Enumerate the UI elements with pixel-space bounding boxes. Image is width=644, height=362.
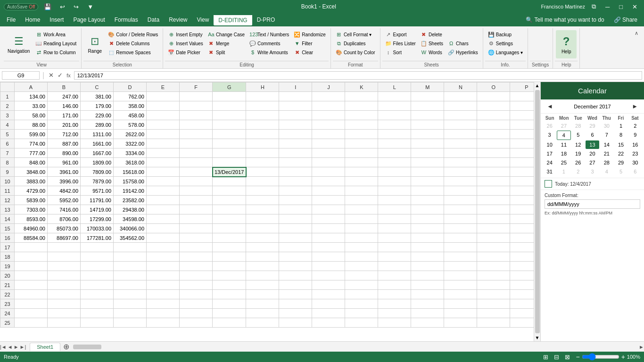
cell-H8[interactable]: [246, 158, 279, 167]
cell-F2[interactable]: [180, 101, 213, 111]
cell-E9[interactable]: [147, 167, 180, 177]
cell-A22[interactable]: [15, 290, 48, 299]
menu-home[interactable]: Home: [20, 15, 45, 25]
ribbon-btn-cell-format[interactable]: ⊞ Cell Format ▾: [334, 30, 377, 39]
cell-H6[interactable]: [246, 139, 279, 148]
cell-M25[interactable]: [411, 318, 444, 328]
cell-K23[interactable]: [345, 299, 378, 309]
cell-H20[interactable]: [246, 271, 279, 280]
cell-N2[interactable]: [444, 101, 477, 111]
cell-K21[interactable]: [345, 280, 378, 290]
ribbon-btn-chars[interactable]: Ω Chars: [446, 39, 480, 48]
cell-K8[interactable]: [345, 158, 378, 167]
cal-day[interactable]: 9: [628, 131, 642, 140]
cell-L17[interactable]: [378, 243, 411, 252]
cell-B2[interactable]: 146.00: [48, 101, 81, 111]
cell-I7[interactable]: [279, 148, 312, 158]
menu-data[interactable]: Data: [143, 15, 164, 25]
confirm-formula-button[interactable]: ✓: [56, 71, 64, 80]
cell-E21[interactable]: [147, 280, 180, 290]
cell-J22[interactable]: [312, 290, 345, 299]
cell-C16[interactable]: 177281.00: [81, 233, 114, 243]
cell-D7[interactable]: 3334.00: [114, 148, 147, 158]
cell-P8[interactable]: [510, 158, 534, 167]
cell-B15[interactable]: 85073.00: [48, 224, 81, 233]
normal-view-button[interactable]: ⊞: [543, 354, 548, 361]
cell-D18[interactable]: [114, 252, 147, 262]
cell-M1[interactable]: [411, 92, 444, 101]
cell-E11[interactable]: [147, 186, 180, 196]
cell-F25[interactable]: [180, 318, 213, 328]
col-header-m[interactable]: M: [411, 82, 444, 92]
cal-day[interactable]: 28: [600, 158, 613, 167]
ribbon-btn-delete-columns[interactable]: ✖ Delete Columns: [106, 39, 160, 48]
cell-K17[interactable]: [345, 243, 378, 252]
cell-N23[interactable]: [444, 299, 477, 309]
cal-day[interactable]: 3: [586, 167, 599, 176]
cell-L11[interactable]: [378, 186, 411, 196]
cell-F24[interactable]: [180, 309, 213, 318]
cell-D23[interactable]: [114, 299, 147, 309]
cell-K5[interactable]: [345, 130, 378, 139]
cell-K4[interactable]: [345, 120, 378, 130]
cell-E6[interactable]: [147, 139, 180, 148]
col-header-c[interactable]: C: [81, 82, 114, 92]
cell-N21[interactable]: [444, 280, 477, 290]
cell-L7[interactable]: [378, 148, 411, 158]
menu-file[interactable]: File: [2, 15, 20, 25]
vertical-scrollbar[interactable]: ▲ ▼: [534, 82, 540, 341]
cell-P10[interactable]: [510, 177, 534, 186]
cal-day[interactable]: 29: [614, 158, 627, 167]
cell-J17[interactable]: [312, 243, 345, 252]
cell-F8[interactable]: [180, 158, 213, 167]
cell-A17[interactable]: [15, 243, 48, 252]
cal-day[interactable]: 17: [543, 149, 556, 158]
cell-J9[interactable]: [312, 167, 345, 177]
cell-A9[interactable]: 3848.00: [15, 167, 48, 177]
cell-I21[interactable]: [279, 280, 312, 290]
cell-I13[interactable]: [279, 205, 312, 214]
cell-O14[interactable]: [477, 214, 510, 224]
cell-N7[interactable]: [444, 148, 477, 158]
ribbon-btn-clear[interactable]: ✖ Clear: [292, 48, 328, 57]
cell-H13[interactable]: [246, 205, 279, 214]
cell-P5[interactable]: [510, 130, 534, 139]
col-header-h[interactable]: H: [246, 82, 279, 92]
ribbon-btn-color-delete-rows[interactable]: 🎨 Color / Delete Rows: [106, 30, 160, 39]
cell-I3[interactable]: [279, 111, 312, 120]
cell-C14[interactable]: 17299.00: [81, 214, 114, 224]
cell-A7[interactable]: 777.00: [15, 148, 48, 158]
cell-D1[interactable]: 762.00: [114, 92, 147, 101]
cell-D8[interactable]: 3618.00: [114, 158, 147, 167]
cell-M5[interactable]: [411, 130, 444, 139]
cell-A10[interactable]: 3883.00: [15, 177, 48, 186]
ribbon-btn-text-numbers[interactable]: 123 Text / Numbers: [248, 30, 291, 39]
ribbon-btn-settings[interactable]: ⚙ Settings: [486, 39, 525, 48]
horizontal-scrollbar[interactable]: [73, 344, 637, 350]
cell-N11[interactable]: [444, 186, 477, 196]
cal-day[interactable]: 7: [600, 131, 613, 140]
cell-D14[interactable]: 34598.00: [114, 214, 147, 224]
cell-B10[interactable]: 3996.00: [48, 177, 81, 186]
cell-O5[interactable]: [477, 130, 510, 139]
cell-N5[interactable]: [444, 130, 477, 139]
cell-N16[interactable]: [444, 233, 477, 243]
cal-day[interactable]: 18: [557, 149, 570, 158]
cell-K19[interactable]: [345, 262, 378, 271]
cell-H9[interactable]: [246, 167, 279, 177]
cell-I16[interactable]: [279, 233, 312, 243]
cell-L23[interactable]: [378, 299, 411, 309]
sheet-nav-prev[interactable]: ◄: [8, 344, 13, 350]
cell-B1[interactable]: 247.00: [48, 92, 81, 101]
cell-F23[interactable]: [180, 299, 213, 309]
cell-D20[interactable]: [114, 271, 147, 280]
zoom-in-button[interactable]: +: [621, 353, 625, 361]
ribbon-btn-insert-empty[interactable]: ⊕ Insert Empty: [166, 30, 205, 39]
cell-F18[interactable]: [180, 252, 213, 262]
cell-K1[interactable]: [345, 92, 378, 101]
cell-J1[interactable]: [312, 92, 345, 101]
cal-day[interactable]: 6: [628, 167, 642, 176]
cell-B18[interactable]: [48, 252, 81, 262]
cell-N17[interactable]: [444, 243, 477, 252]
ribbon-btn-row-to-column[interactable]: ⇄ Row to Column: [33, 48, 78, 57]
